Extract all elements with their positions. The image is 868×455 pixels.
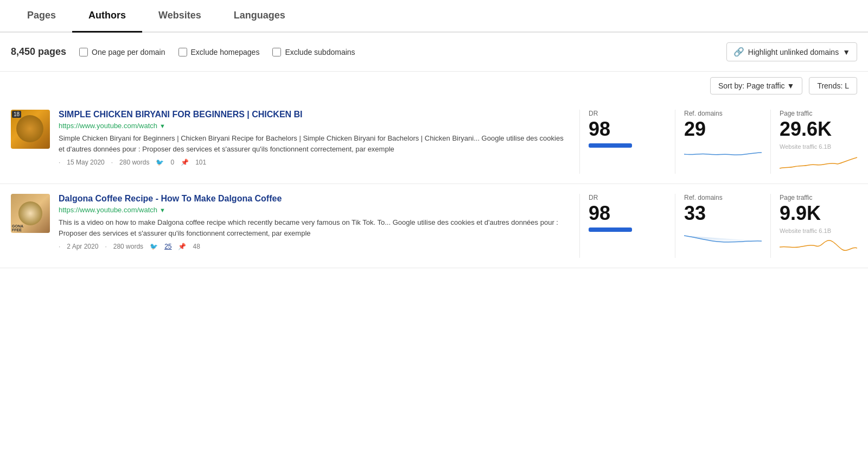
pinterest-count-2: 48 xyxy=(193,243,200,250)
ref-domains-value-2: 33 xyxy=(684,204,762,223)
dr-label: DR xyxy=(589,110,666,117)
highlight-unlinked-button[interactable]: 🔗 Highlight unlinked domains ▼ xyxy=(726,42,857,61)
result-url-2: https://www.youtube.com/watch ▼ xyxy=(59,206,571,214)
dot-separator: · xyxy=(59,159,60,166)
tab-bar: Pages Authors Websites Languages xyxy=(0,0,868,33)
result-words: 280 words xyxy=(119,159,149,166)
result-title-link[interactable]: SIMPLE CHICKEN BIRYANI FOR BEGINNERS | C… xyxy=(59,110,571,119)
exclude-subdomains-label: Exclude subdomains xyxy=(285,48,355,56)
thumbnail-image-biryani xyxy=(11,110,50,149)
dot-separator-4: · xyxy=(105,243,106,250)
highlight-dropdown-arrow: ▼ xyxy=(843,48,850,56)
highlight-unlinked-label: Highlight unlinked domains xyxy=(748,48,839,56)
result-date-2: 2 Apr 2020 xyxy=(67,243,98,250)
website-traffic-sub: Website traffic 6.1B xyxy=(780,143,857,150)
result-meta: · 15 May 2020 · 280 words 🐦 0 📌 101 xyxy=(59,159,571,166)
twitter-icon: 🐦 xyxy=(156,159,164,166)
results-list: SIMPLE CHICKEN BIRYANI FOR BEGINNERS | C… xyxy=(0,100,868,268)
result-date: 15 May 2020 xyxy=(67,159,104,166)
tab-pages[interactable]: Pages xyxy=(11,0,72,33)
result-words-2: 280 words xyxy=(113,243,143,250)
pinterest-count: 101 xyxy=(195,159,206,166)
result-thumbnail-2: GONAFFEE xyxy=(11,194,50,233)
page-traffic-chart xyxy=(780,152,857,174)
result-meta-2: · 2 Apr 2020 · 280 words 🐦 25 📌 48 xyxy=(59,243,571,250)
result-url-text-2[interactable]: https://www.youtube.com/watch xyxy=(59,206,157,214)
pinterest-icon-2: 📌 xyxy=(178,243,186,250)
sort-label: Sort by: Page traffic xyxy=(718,81,785,90)
exclude-homepages-checkbox[interactable] xyxy=(178,48,187,56)
one-page-per-domain-label: One page per domain xyxy=(92,48,165,56)
twitter-icon-2: 🐦 xyxy=(150,243,158,250)
one-page-per-domain-option[interactable]: One page per domain xyxy=(79,48,165,56)
page-traffic-value: 29.6K xyxy=(780,119,857,139)
twitter-count: 0 xyxy=(170,159,174,166)
page-traffic-metric: Page traffic 29.6K Website traffic 6.1B xyxy=(770,110,857,174)
dr-label-2: DR xyxy=(589,194,666,201)
twitter-count-2[interactable]: 25 xyxy=(164,243,171,250)
exclude-homepages-option[interactable]: Exclude homepages xyxy=(178,48,260,56)
trends-label: Trends: L xyxy=(817,81,849,90)
exclude-subdomains-option[interactable]: Exclude subdomains xyxy=(272,48,355,56)
result-main-content-2: Dalgona Coffee Recipe - How To Make Dalg… xyxy=(59,194,571,258)
ref-domains-metric-2: Ref. domains 33 xyxy=(675,194,762,258)
dr-value-2: 98 xyxy=(589,204,666,223)
ref-domains-metric: Ref. domains 29 xyxy=(675,110,762,174)
tab-languages[interactable]: Languages xyxy=(218,0,302,33)
result-url-text[interactable]: https://www.youtube.com/watch xyxy=(59,122,157,130)
filters-bar: 8,450 pages One page per domain Exclude … xyxy=(0,33,868,72)
result-main-content: SIMPLE CHICKEN BIRYANI FOR BEGINNERS | C… xyxy=(59,110,571,174)
sort-arrow-icon: ▼ xyxy=(787,81,795,90)
result-description: Simple Chicken Biryani for Beginners | C… xyxy=(59,133,571,154)
url-dropdown-arrow: ▼ xyxy=(159,123,165,129)
table-row: SIMPLE CHICKEN BIRYANI FOR BEGINNERS | C… xyxy=(0,100,868,184)
pages-count: 8,450 pages xyxy=(11,46,66,58)
one-page-per-domain-checkbox[interactable] xyxy=(79,48,88,56)
page-traffic-label: Page traffic xyxy=(780,110,857,117)
page-traffic-value-2: 9.9K xyxy=(780,204,857,223)
sort-bar: Sort by: Page traffic ▼ Trends: L xyxy=(0,72,868,100)
result-description-2: This is a video on how to make Dalgona c… xyxy=(59,217,571,238)
exclude-homepages-label: Exclude homepages xyxy=(191,48,260,56)
ref-domains-chart-2 xyxy=(684,228,762,249)
pinterest-icon: 📌 xyxy=(181,159,189,166)
coffee-label: GONAFFEE xyxy=(12,224,23,232)
ref-domains-label: Ref. domains xyxy=(684,110,762,117)
dr-metric-2: DR 98 xyxy=(579,194,666,258)
dot-separator-3: · xyxy=(59,243,60,250)
dr-bar xyxy=(589,143,632,148)
page-traffic-label-2: Page traffic xyxy=(780,194,857,201)
page-traffic-chart-2 xyxy=(780,236,857,258)
ref-domains-chart xyxy=(684,143,762,165)
tab-authors[interactable]: Authors xyxy=(72,0,142,33)
table-row: GONAFFEE Dalgona Coffee Recipe - How To … xyxy=(0,184,868,268)
ref-domains-label-2: Ref. domains xyxy=(684,194,762,201)
dr-value: 98 xyxy=(589,119,666,139)
sort-button[interactable]: Sort by: Page traffic ▼ xyxy=(710,77,802,94)
trends-button[interactable]: Trends: L xyxy=(809,77,857,94)
link-icon: 🔗 xyxy=(733,47,744,57)
tab-websites[interactable]: Websites xyxy=(142,0,218,33)
result-thumbnail xyxy=(11,110,50,149)
dot-separator-2: · xyxy=(111,159,113,166)
url-dropdown-arrow-2: ▼ xyxy=(159,207,165,213)
result-url: https://www.youtube.com/watch ▼ xyxy=(59,122,571,130)
ref-domains-value: 29 xyxy=(684,119,762,139)
exclude-subdomains-checkbox[interactable] xyxy=(272,48,281,56)
result-title-link-2[interactable]: Dalgona Coffee Recipe - How To Make Dalg… xyxy=(59,194,571,204)
website-traffic-sub-2: Website traffic 6.1B xyxy=(780,228,857,234)
dr-bar-2 xyxy=(589,228,632,232)
dr-metric: DR 98 xyxy=(579,110,666,174)
thumbnail-image-coffee: GONAFFEE xyxy=(11,194,50,233)
page-traffic-metric-2: Page traffic 9.9K Website traffic 6.1B xyxy=(770,194,857,258)
